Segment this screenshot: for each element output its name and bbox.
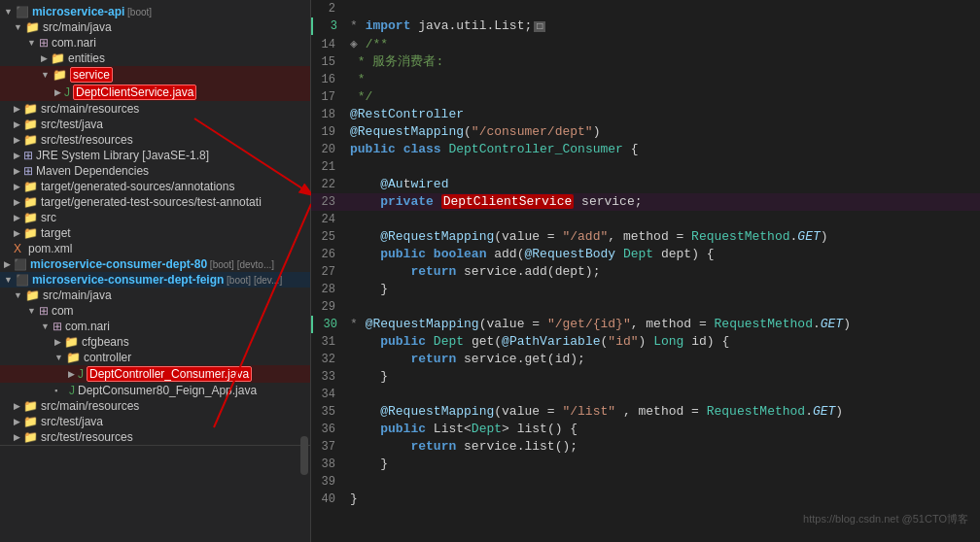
- tree-item-src-main-java[interactable]: ▼ 📁 src/main/java: [0, 19, 310, 35]
- tree-label: com: [52, 304, 74, 318]
- project-icon: ⬛: [14, 258, 27, 271]
- project-label: microservice-api: [32, 5, 124, 18]
- tree-item-cfgbeans[interactable]: ▶ 📁 cfgbeans: [0, 334, 310, 350]
- line-num: 14: [311, 36, 345, 53]
- code-line-35: 35 @RequestMapping(value = "/list" , met…: [311, 403, 980, 421]
- tree-label: DeptController_Consumer.java: [87, 366, 252, 382]
- code-line-3: 3 * import java.util.List;□: [311, 17, 980, 36]
- folder-icon: 📁: [25, 20, 40, 34]
- line-content: public class DeptController_Consumer {: [345, 141, 639, 158]
- tree-item-deptconsumer80app[interactable]: ▪ J DeptConsumer80_Feign_App.java: [0, 383, 310, 398]
- tree-item-deptclientservice[interactable]: ▶ J DeptClientService.java: [0, 84, 310, 101]
- code-line-17: 17 */: [311, 88, 980, 106]
- line-num: 24: [311, 211, 345, 228]
- tree-item-deptcontroller[interactable]: ▶ J DeptController_Consumer.java: [0, 365, 310, 383]
- expand-icon: ▼: [14, 290, 22, 300]
- line-num: 18: [311, 106, 345, 123]
- folder-icon: 📁: [25, 288, 40, 302]
- expand-icon: ▶: [68, 369, 75, 379]
- line-num: 29: [311, 298, 345, 316]
- code-line-37: 37 return service.list();: [311, 438, 980, 456]
- line-num: 38: [311, 456, 345, 473]
- folder-icon: 📁: [23, 195, 38, 209]
- tree-item-target-generated[interactable]: ▶ 📁 target/generated-sources/annotations: [0, 179, 310, 194]
- line-content: @RequestMapping(value = "/add", method =…: [345, 228, 828, 246]
- code-line-14: 14 ◈ /**: [311, 36, 980, 53]
- line-num: 3: [311, 17, 345, 35]
- code-line-30: 30 * @RequestMapping(value = "/get/{id}"…: [311, 316, 980, 333]
- tree-item-src-test-resources[interactable]: ▶ 📁 src/test/resources: [0, 132, 310, 148]
- expand-icon: ▶: [14, 119, 20, 129]
- tree-label: controller: [84, 351, 131, 364]
- tree-label: src/test/java: [41, 415, 103, 428]
- line-num: 33: [311, 368, 345, 386]
- tree-item-feign-com-nari[interactable]: ▼ ⊞ com.nari: [0, 319, 310, 334]
- expand-icon: ▶: [14, 151, 20, 160]
- tree-label: com.nari: [52, 36, 96, 50]
- package-icon: ⊞: [52, 320, 62, 333]
- line-num: 22: [311, 176, 345, 193]
- tree-item-feign-src-resources[interactable]: ▶ 📁 src/main/resources: [0, 398, 310, 414]
- tree-label: src/main/resources: [41, 399, 139, 413]
- package-icon: ⊞: [39, 304, 49, 318]
- tree-item-service[interactable]: ▼ 📁 service: [0, 66, 310, 84]
- tree-item-target-test[interactable]: ▶ 📁 target/generated-test-sources/test-a…: [0, 194, 310, 210]
- line-num: 15: [311, 53, 345, 71]
- folder-icon: 📁: [23, 102, 38, 116]
- tree-item-pom[interactable]: X pom.xml: [0, 241, 310, 256]
- code-line-31: 31 public Dept get(@PathVariable("id") L…: [311, 333, 980, 351]
- code-editor: 2 3 * import java.util.List;□ 14 ◈ /** 1…: [311, 0, 980, 542]
- expand-icon: ▶: [14, 135, 20, 145]
- code-line-2: 2: [311, 0, 980, 17]
- tree-label: src/main/resources: [41, 102, 139, 116]
- folder-icon: 📁: [23, 399, 38, 413]
- code-line-26: 26 public boolean add(@RequestBody Dept …: [311, 246, 980, 263]
- tree-item-target[interactable]: ▶ 📁 target: [0, 225, 310, 241]
- tree-item-feign-src-test-res[interactable]: ▶ 📁 src/test/resources: [0, 429, 310, 445]
- tree-item-controller[interactable]: ▼ 📁 controller: [0, 350, 310, 365]
- expand-icon: ▶: [14, 213, 20, 222]
- folder-icon: 📁: [23, 430, 38, 444]
- tree-item-com-nari[interactable]: ▼ ⊞ com.nari: [0, 35, 310, 51]
- line-num: 17: [311, 88, 345, 106]
- package-icon: ⊞: [39, 36, 49, 50]
- expand-icon: ▼: [27, 38, 36, 48]
- tree-item-feign-src-test[interactable]: ▶ 📁 src/test/java: [0, 414, 310, 429]
- folder-icon: 📁: [23, 211, 38, 224]
- xml-icon: X: [14, 242, 25, 255]
- tree-label: src/test/resources: [41, 430, 133, 444]
- folder-icon: 📁: [23, 133, 38, 147]
- line-num: 2: [311, 0, 345, 17]
- watermark: https://blog.csdn.net @51CTO博客: [311, 508, 980, 530]
- expand-icon: ▶: [41, 53, 48, 63]
- tree-label: DeptClientService.java: [73, 85, 196, 100]
- line-content: * @RequestMapping(value = "/get/{id}", m…: [345, 316, 851, 333]
- tree-item-jre[interactable]: ▶ ⊞ JRE System Library [JavaSE-1.8]: [0, 148, 310, 163]
- tree-item-entities[interactable]: ▶ 📁 entities: [0, 51, 310, 66]
- tree-item-src[interactable]: ▶ 📁 src: [0, 210, 310, 225]
- java-icon: J: [64, 85, 70, 99]
- project-badge: [boot] [dev...]: [224, 275, 282, 286]
- line-num: 34: [311, 386, 345, 403]
- tree-item-consumer-feign[interactable]: ▼ ⬛ microservice-consumer-dept-feign [bo…: [0, 272, 310, 288]
- line-content: private DeptClientService service;: [345, 193, 643, 211]
- tree-item-src-main-resources[interactable]: ▶ 📁 src/main/resources: [0, 101, 310, 117]
- tree-item-feign-com[interactable]: ▼ ⊞ com: [0, 303, 310, 319]
- tree-item-src-test-java[interactable]: ▶ 📁 src/test/java: [0, 117, 310, 132]
- line-num: 31: [311, 333, 345, 351]
- tree-item-microservice-api[interactable]: ▼ ⬛ microservice-api [boot]: [0, 4, 310, 19]
- java-icon: J: [78, 367, 84, 381]
- tree-label: com.nari: [65, 320, 110, 333]
- expand-icon: ▼: [41, 70, 50, 80]
- expand-icon: ▶: [14, 228, 20, 238]
- tree-label: src: [41, 211, 56, 224]
- line-num: 20: [311, 141, 345, 158]
- line-content: return service.list();: [345, 438, 578, 456]
- tree-item-maven[interactable]: ▶ ⊞ Maven Dependencies: [0, 163, 310, 179]
- tree-label: target/generated-sources/annotations: [41, 180, 234, 193]
- line-num: 25: [311, 228, 345, 246]
- code-line-22: 22 @Autwired: [311, 176, 980, 193]
- project-label: microservice-consumer-dept-feign: [32, 273, 224, 287]
- tree-item-feign-src-main[interactable]: ▼ 📁 src/main/java: [0, 288, 310, 303]
- tree-item-consumer-80[interactable]: ▶ ⬛ microservice-consumer-dept-80 [boot]…: [0, 256, 310, 272]
